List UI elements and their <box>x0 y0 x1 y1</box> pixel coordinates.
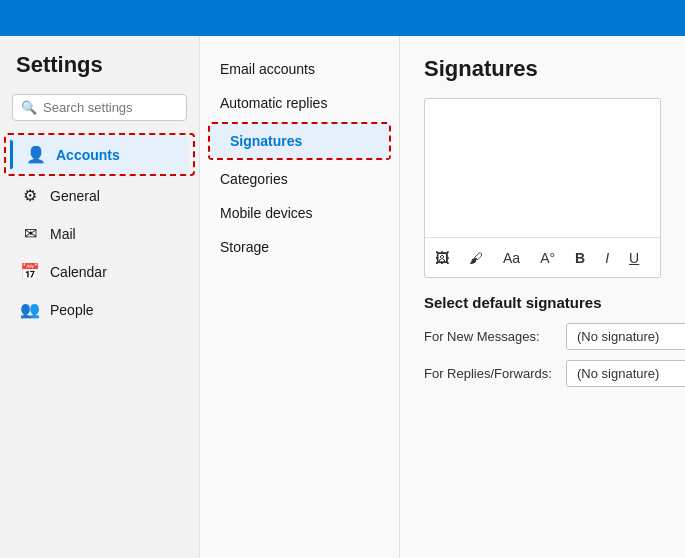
search-icon: 🔍 <box>21 100 37 115</box>
middle-item-mobile-devices[interactable]: Mobile devices <box>200 196 399 230</box>
sidebar-item-mail[interactable]: ✉ Mail <box>4 215 195 252</box>
new-messages-row: For New Messages: (No signature) <box>424 323 661 350</box>
replies-label: For Replies/Forwards: <box>424 366 554 381</box>
new-messages-label: For New Messages: <box>424 329 554 344</box>
search-input[interactable] <box>43 100 178 115</box>
settings-title: Settings <box>0 52 199 94</box>
sidebar-item-calendar[interactable]: 📅 Calendar <box>4 253 195 290</box>
people-icon: 👥 <box>20 300 40 319</box>
select-defaults-section: Select default signatures For New Messag… <box>424 294 661 387</box>
new-messages-dropdown-wrap[interactable]: (No signature) <box>566 323 685 350</box>
replies-dropdown-wrap[interactable]: (No signature) <box>566 360 685 387</box>
accounts-highlight: 👤 Accounts <box>4 133 195 176</box>
mail-icon: ✉ <box>20 224 40 243</box>
right-panel: Signatures 🖼 🖌 Aa A° B I U <box>400 36 685 558</box>
middle-panel: Email accounts Automatic replies Signatu… <box>200 36 400 558</box>
people-label: People <box>50 302 94 318</box>
sidebar-item-general[interactable]: ⚙ General <box>4 177 195 214</box>
calendar-icon: 📅 <box>20 262 40 281</box>
insert-image-button[interactable]: 🖼 <box>429 246 455 270</box>
signatures-highlight: Signatures <box>208 122 391 160</box>
editor-toolbar: 🖼 🖌 Aa A° B I U <box>425 237 660 270</box>
middle-item-signatures[interactable]: Signatures <box>210 124 389 158</box>
accounts-label: Accounts <box>56 147 120 163</box>
font-size-super-button[interactable]: A° <box>534 246 561 270</box>
signature-editor[interactable]: 🖼 🖌 Aa A° B I U <box>424 98 661 278</box>
font-size-button[interactable]: Aa <box>497 246 526 270</box>
paint-button[interactable]: 🖌 <box>463 246 489 270</box>
general-icon: ⚙ <box>20 186 40 205</box>
replies-row: For Replies/Forwards: (No signature) <box>424 360 661 387</box>
italic-button[interactable]: I <box>599 246 615 270</box>
bold-button[interactable]: B <box>569 246 591 270</box>
new-messages-dropdown[interactable]: (No signature) <box>566 323 685 350</box>
calendar-label: Calendar <box>50 264 107 280</box>
middle-item-storage[interactable]: Storage <box>200 230 399 264</box>
accounts-icon: 👤 <box>26 145 46 164</box>
right-panel-title: Signatures <box>424 56 661 82</box>
middle-item-categories[interactable]: Categories <box>200 162 399 196</box>
top-bar <box>0 0 685 36</box>
middle-item-automatic-replies[interactable]: Automatic replies <box>200 86 399 120</box>
middle-item-email-accounts[interactable]: Email accounts <box>200 52 399 86</box>
sidebar-item-accounts[interactable]: 👤 Accounts <box>10 136 189 173</box>
sidebar: Settings 🔍 👤 Accounts ⚙ General ✉ Mail 📅… <box>0 36 200 558</box>
mail-label: Mail <box>50 226 76 242</box>
replies-dropdown[interactable]: (No signature) <box>566 360 685 387</box>
select-defaults-title: Select default signatures <box>424 294 661 311</box>
search-box[interactable]: 🔍 <box>12 94 187 121</box>
editor-content-area[interactable] <box>425 99 660 237</box>
underline-button[interactable]: U <box>623 246 645 270</box>
sidebar-item-people[interactable]: 👥 People <box>4 291 195 328</box>
general-label: General <box>50 188 100 204</box>
main-container: Settings 🔍 👤 Accounts ⚙ General ✉ Mail 📅… <box>0 36 685 558</box>
